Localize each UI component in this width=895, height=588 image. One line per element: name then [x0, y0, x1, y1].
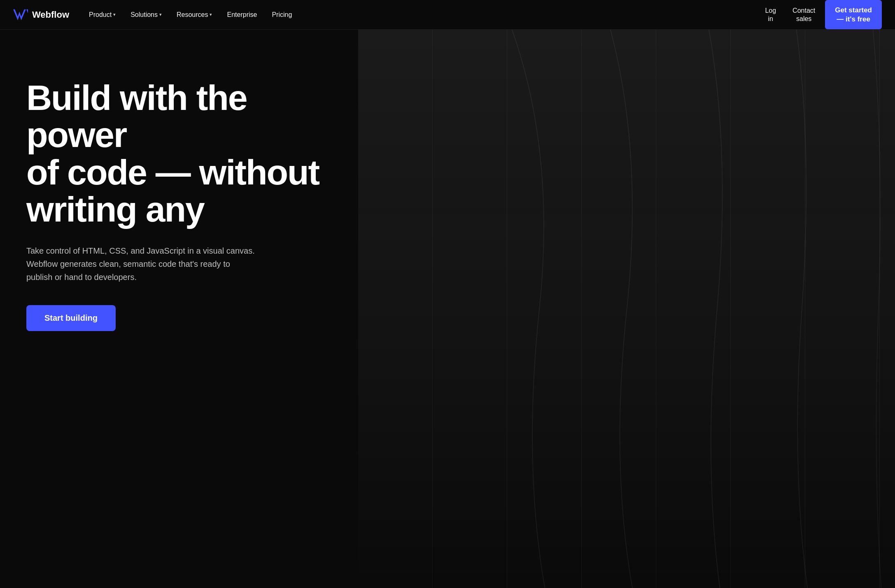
hero-decorative-curves: [403, 30, 895, 588]
nav-label-product: Product: [89, 11, 112, 19]
get-started-button[interactable]: Get started — it's free: [825, 0, 882, 29]
hero-content: Build with the power of code — without w…: [26, 79, 323, 331]
logo[interactable]: Webflow: [13, 9, 69, 21]
nav-label-solutions: Solutions: [131, 11, 158, 19]
navbar-left: Webflow Product ▾ Solutions ▾ Resources …: [13, 8, 298, 22]
nav-label-enterprise: Enterprise: [227, 11, 257, 19]
nav-label-pricing: Pricing: [272, 11, 292, 19]
nav-item-resources[interactable]: Resources ▾: [170, 8, 219, 22]
nav-item-pricing[interactable]: Pricing: [265, 8, 298, 22]
contact-sales-label: Contactsales: [792, 7, 815, 22]
logo-text: Webflow: [32, 9, 69, 20]
chevron-down-icon: ▾: [113, 12, 116, 17]
headline-line1: Build with the power: [26, 78, 247, 154]
nav-item-product[interactable]: Product ▾: [82, 8, 122, 22]
nav-contact-sales-button[interactable]: Contactsales: [786, 3, 822, 26]
nav-label-resources: Resources: [177, 11, 208, 19]
chevron-down-icon: ▾: [210, 12, 212, 17]
login-label: Login: [765, 7, 776, 22]
nav-item-solutions[interactable]: Solutions ▾: [124, 8, 168, 22]
hero-subtext: Take control of HTML, CSS, and JavaScrip…: [26, 244, 257, 284]
webflow-logo-icon: [13, 9, 28, 21]
headline-line2: of code — without: [26, 152, 319, 192]
nav-links: Product ▾ Solutions ▾ Resources ▾ Enterp…: [82, 8, 298, 22]
hero-headline: Build with the power of code — without w…: [26, 79, 323, 228]
nav-login-button[interactable]: Login: [758, 3, 783, 26]
navbar: Webflow Product ▾ Solutions ▾ Resources …: [0, 0, 895, 30]
navbar-right: Login Contactsales Get started — it's fr…: [758, 0, 882, 29]
headline-line3: writing any: [26, 189, 204, 229]
chevron-down-icon: ▾: [159, 12, 162, 17]
get-started-line2: — it's free: [837, 15, 870, 23]
start-building-button[interactable]: Start building: [26, 305, 116, 331]
hero-section: Build with the power of code — without w…: [0, 30, 895, 588]
get-started-line1: Get started: [835, 6, 872, 14]
nav-item-enterprise[interactable]: Enterprise: [220, 8, 263, 22]
